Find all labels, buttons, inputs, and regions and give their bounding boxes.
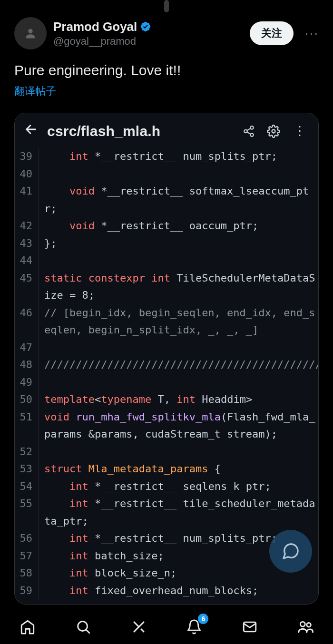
- code-content: struct Mla_metadata_params {: [39, 460, 318, 478]
- mail-icon: [242, 619, 258, 635]
- code-line: 53struct Mla_metadata_params {: [15, 460, 318, 478]
- line-number: 43: [15, 235, 39, 253]
- code-content: [39, 166, 318, 183]
- code-line: 58 int block_size_n;: [15, 565, 318, 582]
- code-content: static constexpr int TileSchedulerMetaDa…: [39, 270, 318, 304]
- svg-line-12: [141, 629, 144, 632]
- people-icon: [297, 619, 313, 635]
- code-content: void *__restrict__ softmax_lseaccum_ptr;: [39, 183, 318, 217]
- code-line: 40: [15, 166, 318, 183]
- code-line: 59 int fixed_overhead_num_blocks;: [15, 582, 318, 600]
- svg-point-15: [306, 623, 311, 627]
- code-line: 42 void *__restrict__ oaccum_ptr;: [15, 217, 318, 235]
- share-icon[interactable]: [241, 124, 256, 139]
- code-toolbar: csrc/flash_mla.h ⋮: [15, 113, 318, 148]
- kebab-menu-icon[interactable]: ⋮: [291, 124, 309, 138]
- handle[interactable]: @goyal__pramod: [53, 35, 243, 48]
- line-number: 44: [15, 252, 39, 270]
- line-number: 53: [15, 460, 39, 478]
- line-number: 40: [15, 166, 39, 183]
- line-number: 57: [15, 547, 39, 565]
- back-arrow-icon[interactable]: [24, 123, 38, 139]
- line-number: 45: [15, 270, 39, 304]
- line-number: 59: [15, 582, 39, 600]
- tweet-text: Pure engineering. Love it!!: [0, 51, 333, 82]
- svg-line-11: [134, 622, 139, 627]
- translate-link[interactable]: 翻译帖子: [0, 82, 333, 106]
- code-embed-card[interactable]: csrc/flash_mla.h ⋮ 39 int *__restrict__ …: [14, 113, 319, 605]
- line-number: 56: [15, 530, 39, 547]
- code-line: 48//////////////////////////////////////…: [15, 356, 318, 374]
- code-content: template<typename T, int Headdim>: [39, 391, 318, 409]
- code-line: 50template<typename T, int Headdim>: [15, 391, 318, 409]
- home-icon: [20, 619, 36, 635]
- code-content: [39, 252, 318, 270]
- line-number: 58: [15, 565, 39, 582]
- line-number: 55: [15, 495, 39, 530]
- nav-home[interactable]: [17, 616, 38, 637]
- line-number: 47: [15, 339, 39, 357]
- code-line: 43};: [15, 235, 318, 253]
- code-line: 51void run_mha_fwd_splitkv_mla(Flash_fwd…: [15, 409, 318, 443]
- verified-badge-icon: [140, 21, 151, 32]
- code-line: 54 int *__restrict__ seqlens_k_ptr;: [15, 478, 318, 496]
- code-line: 49: [15, 374, 318, 391]
- nav-communities[interactable]: [295, 616, 316, 637]
- code-content: // [begin_idx, begin_seqlen, end_idx, en…: [39, 304, 318, 339]
- line-number: 52: [15, 443, 39, 461]
- svg-line-6: [247, 128, 250, 130]
- search-icon: [75, 619, 91, 635]
- line-number: 51: [15, 409, 39, 443]
- line-number: 54: [15, 478, 39, 496]
- svg-point-0: [28, 29, 32, 33]
- gear-icon[interactable]: [266, 124, 281, 139]
- code-body: 39 int *__restrict__ num_splits_ptr;4041…: [15, 148, 318, 604]
- avatar-placeholder-icon: [24, 27, 37, 40]
- code-content: [39, 339, 318, 357]
- line-number: 49: [15, 374, 39, 391]
- code-line: 52: [15, 443, 318, 461]
- code-content: void run_mha_fwd_splitkv_mla(Flash_fwd_m…: [39, 409, 318, 443]
- svg-line-5: [247, 132, 250, 134]
- nav-grok[interactable]: [128, 616, 149, 637]
- line-number: 39: [15, 148, 39, 166]
- notification-badge: 6: [198, 614, 208, 624]
- line-number: 48: [15, 356, 39, 374]
- code-content: void *__restrict__ oaccum_ptr;: [39, 217, 318, 235]
- code-line: 41 void *__restrict__ softmax_lseaccum_p…: [15, 183, 318, 217]
- code-content: int fixed_overhead_num_blocks;: [39, 582, 318, 600]
- avatar[interactable]: [14, 17, 47, 49]
- bottom-nav: 6: [0, 610, 333, 644]
- code-content: ////////////////////////////////////////…: [39, 356, 319, 374]
- code-content: [39, 443, 318, 461]
- author-block: Pramod Goyal @goyal__pramod: [53, 20, 243, 48]
- code-line: 47: [15, 339, 318, 357]
- file-title: csrc/flash_mla.h: [47, 123, 232, 139]
- code-line: 44: [15, 252, 318, 270]
- follow-button[interactable]: 关注: [250, 21, 294, 45]
- svg-point-8: [78, 622, 88, 631]
- code-line: 55 int *__restrict__ tile_scheduler_meta…: [15, 495, 318, 530]
- code-line: 46// [begin_idx, begin_seqlen, end_idx, …: [15, 304, 318, 339]
- display-name[interactable]: Pramod Goyal: [53, 20, 137, 34]
- line-number: 42: [15, 217, 39, 235]
- compose-fab[interactable]: [269, 530, 312, 573]
- line-number: 46: [15, 304, 39, 339]
- code-content: int *__restrict__ tile_scheduler_metadat…: [39, 495, 318, 530]
- nav-messages[interactable]: [239, 616, 260, 637]
- nav-notifications[interactable]: 6: [184, 616, 205, 637]
- more-options-button[interactable]: ···: [300, 26, 323, 41]
- code-line: 39 int *__restrict__ num_splits_ptr;: [15, 148, 318, 166]
- code-content: };: [39, 235, 318, 253]
- code-content: [39, 374, 318, 391]
- grok-icon: [132, 620, 146, 634]
- svg-point-14: [300, 622, 305, 626]
- code-line: 45static constexpr int TileSchedulerMeta…: [15, 270, 318, 304]
- nav-search[interactable]: [73, 616, 94, 637]
- line-number: 41: [15, 183, 39, 217]
- svg-point-7: [272, 129, 275, 133]
- svg-line-9: [87, 630, 89, 633]
- chat-icon: [281, 542, 300, 561]
- code-content: int *__restrict__ seqlens_k_ptr;: [39, 478, 318, 496]
- line-number: 50: [15, 391, 39, 409]
